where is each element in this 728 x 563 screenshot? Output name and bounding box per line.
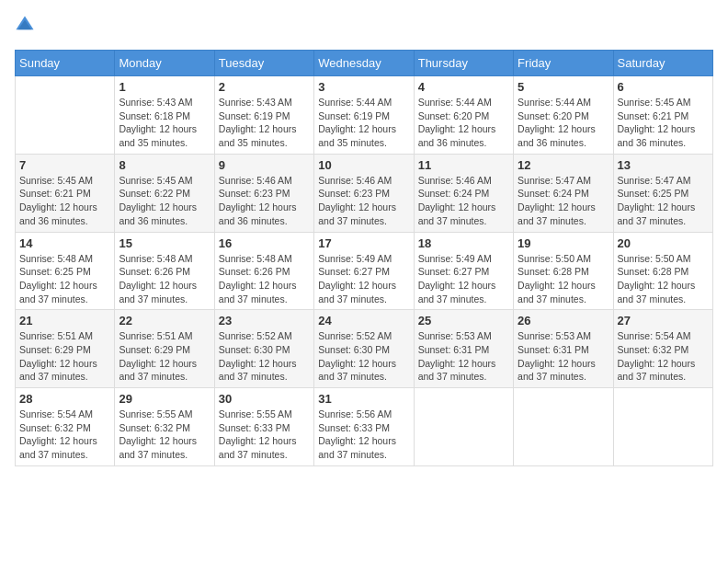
day-info: Sunrise: 5:52 AMSunset: 6:30 PMDaylight:… bbox=[219, 329, 310, 384]
day-info: Sunrise: 5:55 AMSunset: 6:32 PMDaylight:… bbox=[119, 408, 210, 462]
day-info: Sunrise: 5:50 AMSunset: 6:28 PMDaylight:… bbox=[618, 252, 709, 306]
calendar-cell: 19Sunrise: 5:50 AMSunset: 6:28 PMDayligh… bbox=[514, 232, 613, 310]
calendar-week-4: 21Sunrise: 5:51 AMSunset: 6:29 PMDayligh… bbox=[16, 310, 713, 388]
header-friday: Friday bbox=[514, 51, 613, 76]
day-info: Sunrise: 5:47 AMSunset: 6:25 PMDaylight:… bbox=[618, 174, 709, 228]
calendar-cell: 31Sunrise: 5:56 AMSunset: 6:33 PMDayligh… bbox=[314, 388, 414, 466]
day-number: 23 bbox=[219, 314, 310, 327]
day-info: Sunrise: 5:56 AMSunset: 6:33 PMDaylight:… bbox=[318, 408, 409, 462]
calendar-cell: 3Sunrise: 5:44 AMSunset: 6:19 PMDaylight… bbox=[314, 76, 414, 155]
day-info: Sunrise: 5:51 AMSunset: 6:29 PMDaylight:… bbox=[119, 329, 210, 384]
page-header bbox=[15, 15, 713, 39]
day-info: Sunrise: 5:44 AMSunset: 6:20 PMDaylight:… bbox=[418, 96, 509, 150]
header-saturday: Saturday bbox=[613, 51, 712, 76]
day-info: Sunrise: 5:43 AMSunset: 6:19 PMDaylight:… bbox=[219, 96, 310, 150]
day-info: Sunrise: 5:51 AMSunset: 6:29 PMDaylight:… bbox=[19, 329, 110, 384]
day-number: 11 bbox=[418, 158, 509, 172]
header-sunday: Sunday bbox=[16, 51, 115, 76]
calendar-cell: 16Sunrise: 5:48 AMSunset: 6:26 PMDayligh… bbox=[214, 232, 313, 310]
calendar-cell: 4Sunrise: 5:44 AMSunset: 6:20 PMDaylight… bbox=[414, 76, 513, 155]
day-number: 2 bbox=[219, 80, 310, 94]
day-number: 26 bbox=[518, 314, 609, 327]
calendar-cell: 6Sunrise: 5:45 AMSunset: 6:21 PMDaylight… bbox=[613, 76, 712, 155]
calendar-cell bbox=[514, 388, 613, 466]
day-info: Sunrise: 5:46 AMSunset: 6:23 PMDaylight:… bbox=[219, 174, 310, 228]
day-info: Sunrise: 5:53 AMSunset: 6:31 PMDaylight:… bbox=[518, 329, 609, 384]
day-number: 5 bbox=[518, 80, 609, 94]
day-info: Sunrise: 5:48 AMSunset: 6:26 PMDaylight:… bbox=[119, 252, 210, 306]
day-number: 12 bbox=[518, 158, 609, 172]
day-number: 6 bbox=[618, 80, 709, 94]
calendar-cell: 29Sunrise: 5:55 AMSunset: 6:32 PMDayligh… bbox=[115, 388, 214, 466]
calendar-cell: 12Sunrise: 5:47 AMSunset: 6:24 PMDayligh… bbox=[514, 154, 613, 232]
day-number: 15 bbox=[119, 236, 210, 250]
calendar-cell: 25Sunrise: 5:53 AMSunset: 6:31 PMDayligh… bbox=[414, 310, 513, 388]
calendar-cell: 7Sunrise: 5:45 AMSunset: 6:21 PMDaylight… bbox=[16, 154, 115, 232]
day-info: Sunrise: 5:49 AMSunset: 6:27 PMDaylight:… bbox=[418, 252, 509, 306]
day-info: Sunrise: 5:45 AMSunset: 6:21 PMDaylight:… bbox=[618, 96, 709, 150]
day-info: Sunrise: 5:46 AMSunset: 6:23 PMDaylight:… bbox=[318, 174, 409, 228]
calendar-cell: 28Sunrise: 5:54 AMSunset: 6:32 PMDayligh… bbox=[16, 388, 115, 466]
day-info: Sunrise: 5:44 AMSunset: 6:19 PMDaylight:… bbox=[318, 96, 409, 150]
header-thursday: Thursday bbox=[414, 51, 513, 76]
calendar-cell: 15Sunrise: 5:48 AMSunset: 6:26 PMDayligh… bbox=[115, 232, 214, 310]
calendar-cell: 20Sunrise: 5:50 AMSunset: 6:28 PMDayligh… bbox=[613, 232, 712, 310]
calendar-cell: 1Sunrise: 5:43 AMSunset: 6:18 PMDaylight… bbox=[115, 76, 214, 155]
day-info: Sunrise: 5:54 AMSunset: 6:32 PMDaylight:… bbox=[618, 329, 709, 384]
day-number: 18 bbox=[418, 236, 509, 250]
calendar-cell: 5Sunrise: 5:44 AMSunset: 6:20 PMDaylight… bbox=[514, 76, 613, 155]
day-info: Sunrise: 5:45 AMSunset: 6:22 PMDaylight:… bbox=[119, 174, 210, 228]
day-info: Sunrise: 5:50 AMSunset: 6:28 PMDaylight:… bbox=[518, 252, 609, 306]
header-wednesday: Wednesday bbox=[314, 51, 414, 76]
calendar-cell: 18Sunrise: 5:49 AMSunset: 6:27 PMDayligh… bbox=[414, 232, 513, 310]
calendar-cell bbox=[414, 388, 513, 466]
day-number: 8 bbox=[119, 158, 210, 172]
day-info: Sunrise: 5:53 AMSunset: 6:31 PMDaylight:… bbox=[418, 329, 509, 384]
calendar-cell: 8Sunrise: 5:45 AMSunset: 6:22 PMDaylight… bbox=[115, 154, 214, 232]
day-number: 17 bbox=[318, 236, 409, 250]
day-number: 19 bbox=[518, 236, 609, 250]
calendar-header-row: SundayMondayTuesdayWednesdayThursdayFrid… bbox=[16, 51, 713, 76]
calendar-week-3: 14Sunrise: 5:48 AMSunset: 6:25 PMDayligh… bbox=[16, 232, 713, 310]
day-number: 29 bbox=[119, 392, 210, 406]
day-number: 27 bbox=[618, 314, 709, 327]
calendar-cell: 11Sunrise: 5:46 AMSunset: 6:24 PMDayligh… bbox=[414, 154, 513, 232]
calendar-cell: 2Sunrise: 5:43 AMSunset: 6:19 PMDaylight… bbox=[214, 76, 313, 155]
day-info: Sunrise: 5:55 AMSunset: 6:33 PMDaylight:… bbox=[219, 408, 310, 462]
calendar-cell: 26Sunrise: 5:53 AMSunset: 6:31 PMDayligh… bbox=[514, 310, 613, 388]
day-number: 13 bbox=[618, 158, 709, 172]
day-number: 9 bbox=[219, 158, 310, 172]
day-number: 28 bbox=[19, 392, 110, 406]
calendar-cell: 24Sunrise: 5:52 AMSunset: 6:30 PMDayligh… bbox=[314, 310, 414, 388]
calendar-week-2: 7Sunrise: 5:45 AMSunset: 6:21 PMDaylight… bbox=[16, 154, 713, 232]
day-number: 1 bbox=[119, 80, 210, 94]
logo-icon bbox=[15, 15, 35, 35]
calendar-cell: 22Sunrise: 5:51 AMSunset: 6:29 PMDayligh… bbox=[115, 310, 214, 388]
calendar-body: 1Sunrise: 5:43 AMSunset: 6:18 PMDaylight… bbox=[16, 76, 713, 466]
day-number: 22 bbox=[119, 314, 210, 327]
calendar-cell: 30Sunrise: 5:55 AMSunset: 6:33 PMDayligh… bbox=[214, 388, 313, 466]
calendar-cell bbox=[16, 76, 115, 155]
day-number: 24 bbox=[318, 314, 409, 327]
header-monday: Monday bbox=[115, 51, 214, 76]
calendar-cell: 9Sunrise: 5:46 AMSunset: 6:23 PMDaylight… bbox=[214, 154, 313, 232]
calendar-cell: 17Sunrise: 5:49 AMSunset: 6:27 PMDayligh… bbox=[314, 232, 414, 310]
day-number: 25 bbox=[418, 314, 509, 327]
calendar-cell: 23Sunrise: 5:52 AMSunset: 6:30 PMDayligh… bbox=[214, 310, 313, 388]
day-info: Sunrise: 5:52 AMSunset: 6:30 PMDaylight:… bbox=[318, 329, 409, 384]
day-number: 7 bbox=[19, 158, 110, 172]
day-number: 20 bbox=[618, 236, 709, 250]
day-info: Sunrise: 5:43 AMSunset: 6:18 PMDaylight:… bbox=[119, 96, 210, 150]
calendar-cell: 13Sunrise: 5:47 AMSunset: 6:25 PMDayligh… bbox=[613, 154, 712, 232]
calendar-week-1: 1Sunrise: 5:43 AMSunset: 6:18 PMDaylight… bbox=[16, 76, 713, 155]
day-number: 30 bbox=[219, 392, 310, 406]
day-number: 4 bbox=[418, 80, 509, 94]
calendar-week-5: 28Sunrise: 5:54 AMSunset: 6:32 PMDayligh… bbox=[16, 388, 713, 466]
day-number: 10 bbox=[318, 158, 409, 172]
calendar-cell bbox=[613, 388, 712, 466]
logo bbox=[15, 15, 39, 39]
day-info: Sunrise: 5:48 AMSunset: 6:25 PMDaylight:… bbox=[19, 252, 110, 306]
calendar-table: SundayMondayTuesdayWednesdayThursdayFrid… bbox=[15, 50, 713, 466]
day-info: Sunrise: 5:54 AMSunset: 6:32 PMDaylight:… bbox=[19, 408, 110, 462]
day-info: Sunrise: 5:45 AMSunset: 6:21 PMDaylight:… bbox=[19, 174, 110, 228]
